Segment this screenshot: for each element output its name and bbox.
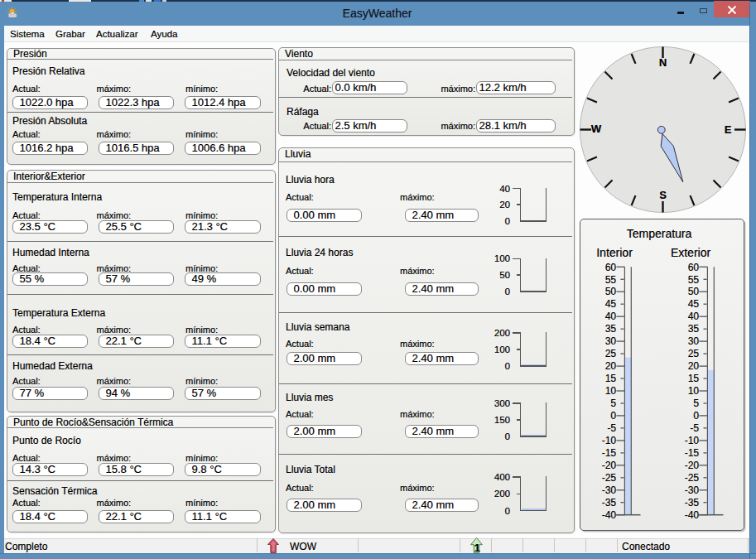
svg-text:-25: -25 bbox=[602, 472, 617, 484]
svg-text:30: 30 bbox=[688, 335, 700, 347]
svg-text:55: 55 bbox=[688, 274, 700, 286]
svg-text:0: 0 bbox=[693, 410, 699, 422]
svg-text:-5: -5 bbox=[607, 422, 616, 434]
svg-text:20: 20 bbox=[688, 360, 700, 372]
svg-text:60: 60 bbox=[605, 262, 617, 273]
svg-text:15: 15 bbox=[688, 373, 700, 384]
svg-text:20: 20 bbox=[605, 360, 617, 372]
svg-text:35: 35 bbox=[688, 323, 700, 335]
svg-text:25: 25 bbox=[605, 348, 617, 359]
svg-text:15: 15 bbox=[605, 373, 617, 384]
svg-text:-30: -30 bbox=[602, 484, 617, 496]
svg-text:45: 45 bbox=[688, 298, 700, 310]
svg-text:W: W bbox=[591, 123, 602, 135]
svg-text:-40: -40 bbox=[685, 509, 700, 521]
svg-text:35: 35 bbox=[605, 323, 617, 335]
svg-text:E: E bbox=[725, 123, 732, 136]
svg-text:10: 10 bbox=[605, 385, 617, 397]
svg-text:50: 50 bbox=[605, 286, 617, 297]
svg-text:-40: -40 bbox=[602, 509, 617, 521]
svg-text:40: 40 bbox=[688, 311, 700, 322]
svg-text:N: N bbox=[659, 56, 667, 69]
svg-text:5: 5 bbox=[610, 398, 616, 409]
svg-text:55: 55 bbox=[605, 274, 617, 286]
svg-text:-35: -35 bbox=[602, 497, 617, 508]
svg-text:5: 5 bbox=[693, 398, 699, 409]
svg-text:-25: -25 bbox=[685, 472, 700, 484]
svg-text:-30: -30 bbox=[685, 484, 700, 496]
svg-text:30: 30 bbox=[605, 335, 617, 347]
svg-text:-5: -5 bbox=[690, 422, 699, 434]
svg-text:-10: -10 bbox=[602, 435, 617, 446]
svg-text:40: 40 bbox=[605, 311, 617, 322]
svg-text:60: 60 bbox=[688, 262, 700, 273]
svg-text:-15: -15 bbox=[685, 447, 700, 459]
svg-text:-20: -20 bbox=[602, 460, 617, 471]
svg-text:45: 45 bbox=[605, 298, 617, 310]
svg-text:-15: -15 bbox=[602, 447, 617, 459]
svg-text:-20: -20 bbox=[685, 460, 700, 471]
svg-text:-35: -35 bbox=[685, 497, 700, 508]
svg-text:S: S bbox=[659, 189, 667, 201]
svg-text:-10: -10 bbox=[685, 435, 700, 446]
svg-text:50: 50 bbox=[688, 286, 700, 297]
svg-text:1: 1 bbox=[474, 542, 480, 553]
svg-text:0: 0 bbox=[610, 410, 616, 422]
svg-text:10: 10 bbox=[688, 385, 700, 397]
svg-text:25: 25 bbox=[688, 348, 700, 359]
